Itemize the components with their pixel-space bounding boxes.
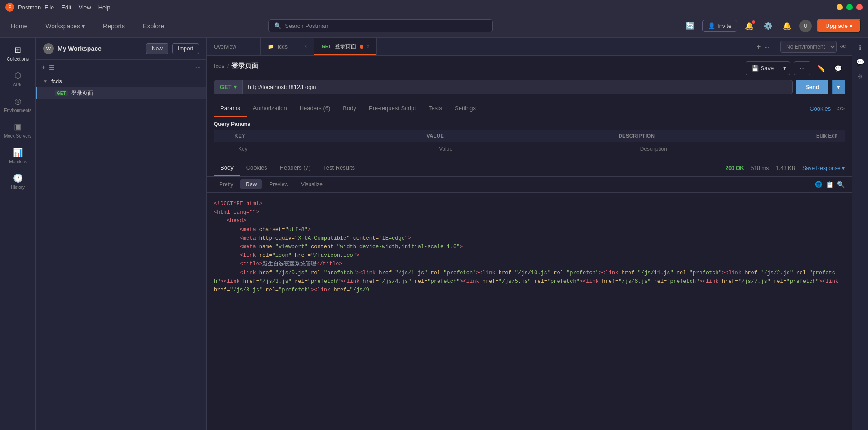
sidebar-item-mock-servers[interactable]: ▣ Mock Servers [2, 118, 34, 142]
new-button[interactable]: New [146, 43, 168, 54]
collections-panel: W My Workspace New Import + ☰ ··· ▼ fcds… [36, 38, 207, 430]
tab-pre-request[interactable]: Pre-request Script [363, 100, 422, 117]
import-button[interactable]: Import [172, 43, 199, 54]
nav-explore[interactable]: Explore [139, 21, 168, 31]
code-line-5: <meta http-equiv="X-UA-Compatible" conte… [214, 234, 845, 243]
more-options-icon[interactable]: ··· [195, 64, 201, 71]
tab-settings[interactable]: Settings [448, 100, 482, 117]
sidebar-item-history[interactable]: 🕐 History [2, 170, 34, 193]
url-input[interactable] [243, 80, 792, 94]
add-tab-icon[interactable]: + [757, 43, 761, 51]
body-view-actions: 🌐 📋 🔍 [815, 181, 845, 188]
response-size: 1.43 KB [776, 165, 795, 171]
tab-params[interactable]: Params [214, 100, 247, 117]
environment-selector[interactable]: No Environment [780, 41, 837, 53]
method-label: GET [220, 84, 232, 90]
maximize-button[interactable] [846, 4, 853, 10]
save-dropdown-arrow[interactable]: ▾ [779, 61, 790, 75]
resp-tab-test-results[interactable]: Test Results [317, 160, 361, 176]
tab-close-icon[interactable]: × [367, 44, 370, 49]
method-selector[interactable]: GET ▾ [214, 80, 243, 94]
tab-headers[interactable]: Headers (6) [293, 100, 337, 117]
collection-fcds[interactable]: ▼ fcds [36, 75, 206, 87]
cookies-link[interactable]: Cookies [810, 105, 831, 112]
unsaved-indicator [360, 45, 363, 49]
right-sidebar-info-icon[interactable]: ℹ [854, 41, 867, 54]
resp-tab-body[interactable]: Body [214, 160, 240, 176]
request-bar: GET ▾ [214, 80, 793, 94]
sidebar-item-apis[interactable]: ⬡ APIs [2, 67, 34, 91]
collection-name: fcds [51, 78, 62, 85]
query-params-label: Query Params [214, 121, 845, 127]
request-login-page[interactable]: GET 登录页面 [36, 87, 206, 99]
menu-edit[interactable]: Edit [61, 4, 71, 11]
view-tab-raw[interactable]: Raw [240, 179, 262, 189]
description-input[interactable] [637, 144, 837, 154]
folder-icon: 📁 [268, 44, 274, 49]
nav-reports[interactable]: Reports [99, 21, 128, 31]
nav-workspaces[interactable]: Workspaces ▾ [42, 21, 89, 31]
sidebar-item-collections[interactable]: ⊞ Collections [2, 41, 34, 65]
menu-help[interactable]: Help [98, 4, 111, 11]
add-collection-icon[interactable]: + [41, 63, 45, 72]
menu-file[interactable]: File [44, 4, 54, 11]
notification-badge [752, 20, 755, 24]
view-tab-preview[interactable]: Preview [264, 179, 294, 189]
sidebar-item-monitors[interactable]: 📊 Monitors [2, 144, 34, 168]
right-sidebar-comment-icon[interactable]: 💬 [854, 56, 867, 68]
menu-view[interactable]: View [79, 4, 91, 11]
save-button-group: 💾 Save ▾ [746, 61, 791, 75]
minimize-button[interactable] [837, 4, 843, 10]
tab-login-page[interactable]: GET 登录页面 × [314, 38, 377, 55]
tab-close-icon[interactable]: × [304, 44, 307, 49]
code-line-3: <head> [214, 217, 845, 225]
send-button[interactable]: Send [796, 80, 828, 94]
search-response-icon[interactable]: 🔍 [837, 181, 845, 188]
sync-icon[interactable]: 🔄 [683, 19, 697, 33]
tab-authorization[interactable]: Authorization [247, 100, 293, 117]
avatar[interactable]: U [799, 20, 812, 32]
upgrade-button[interactable]: Upgrade ▾ [817, 19, 861, 33]
value-input[interactable] [435, 144, 636, 154]
bulk-edit-button[interactable]: Bulk Edit [816, 133, 837, 139]
close-button[interactable] [856, 4, 863, 10]
save-button[interactable]: 💾 Save [746, 61, 779, 75]
tab-tests[interactable]: Tests [422, 100, 448, 117]
sidebar-item-environments[interactable]: ◎ Environments [2, 93, 34, 116]
sidebar-icons: ⊞ Collections ⬡ APIs ◎ Environments ▣ Mo… [0, 38, 36, 430]
filter-icon[interactable]: ☰ [49, 64, 55, 71]
invite-button[interactable]: 👤 Invite [702, 20, 737, 32]
comment-icon[interactable]: 💬 [831, 62, 845, 75]
code-link[interactable]: </> [836, 105, 845, 112]
more-request-options[interactable]: ··· [794, 61, 810, 75]
view-tab-visualize[interactable]: Visualize [296, 179, 328, 189]
response-area: Body Cookies Headers (7) Test Results 20… [207, 160, 852, 430]
edit-icon[interactable]: ✏️ [814, 62, 828, 75]
search-bar[interactable]: 🔍 Search Postman [268, 19, 493, 32]
view-tab-pretty[interactable]: Pretty [214, 179, 239, 189]
tab-fcds[interactable]: 📁 fcds × [261, 38, 314, 55]
code-line-7: <link rel="icon" href="/favicon.ico"> [214, 251, 845, 260]
search-placeholder: Search Postman [285, 22, 328, 29]
nav-home[interactable]: Home [7, 21, 31, 31]
notifications-icon[interactable]: 🔔 [743, 19, 756, 33]
key-input[interactable] [235, 144, 435, 154]
eye-icon[interactable]: 👁 [840, 43, 846, 50]
tab-body[interactable]: Body [337, 100, 363, 117]
tab-label: fcds [278, 44, 288, 50]
more-tabs-icon[interactable]: ··· [764, 43, 770, 50]
settings-icon[interactable]: ⚙️ [762, 19, 775, 33]
request-tabs: Params Authorization Headers (6) Body Pr… [207, 100, 852, 117]
send-dropdown-arrow[interactable]: ▾ [832, 80, 845, 94]
right-sidebar-settings-icon[interactable]: ⚙ [854, 70, 867, 83]
copy-icon[interactable]: 📋 [826, 181, 833, 188]
bell-icon[interactable]: 🔔 [780, 19, 794, 33]
breadcrumb-collection[interactable]: fcds [214, 63, 225, 69]
tab-overview[interactable]: Overview [207, 38, 261, 55]
resp-tab-headers[interactable]: Headers (7) [274, 160, 317, 176]
save-response-button[interactable]: Save Response ▾ [802, 165, 845, 171]
resp-tab-cookies[interactable]: Cookies [240, 160, 274, 176]
topnav-right: 🔄 👤 Invite 🔔 ⚙️ 🔔 U Upgrade ▾ [683, 19, 861, 33]
params-section: Query Params KEY VALUE DESCRIPTION Bulk … [207, 117, 852, 160]
collections-toolbar: + ☰ ··· [36, 60, 206, 75]
